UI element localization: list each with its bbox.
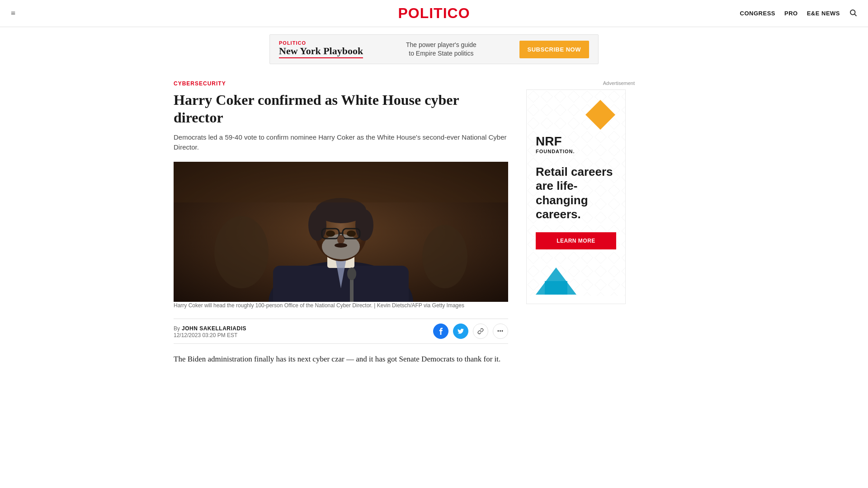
more-share-button[interactable]: ••• <box>493 324 508 339</box>
banner-description: The power player's guide to Empire State… <box>372 41 510 58</box>
article-body: The Biden administration finally has its… <box>174 353 508 366</box>
navigation: ≡ POLITICO CONGRESS PRO E&E NEWS <box>0 0 868 27</box>
svg-point-18 <box>337 235 344 244</box>
nrf-ad-content: NRF FOUNDATION. Retail careers are life-… <box>536 99 616 295</box>
banner-advertisement: POLITICO New York Playbook The power pla… <box>269 34 599 64</box>
politico-logo[interactable]: POLITICO <box>398 5 470 21</box>
nav-right: CONGRESS PRO E&E NEWS <box>740 9 857 19</box>
nav-link-congress[interactable]: CONGRESS <box>740 10 775 17</box>
share-icons: ••• <box>433 324 508 339</box>
byline-date: 12/12/2023 03:20 PM EST <box>174 332 246 338</box>
copy-link-button[interactable] <box>473 324 488 339</box>
svg-point-21 <box>347 230 356 237</box>
banner-brand: POLITICO New York Playbook <box>279 40 363 58</box>
byline-row: By JOHN SAKELLARIADIS 12/12/2023 03:20 P… <box>174 319 508 344</box>
nrf-foundation-text: FOUNDATION. <box>536 149 616 154</box>
twitter-share-button[interactable] <box>453 324 468 339</box>
nrf-blue-shape <box>536 258 576 295</box>
svg-point-20 <box>326 230 335 237</box>
article-image <box>174 162 508 302</box>
nrf-orange-diamond <box>585 99 616 131</box>
svg-point-0 <box>850 10 855 15</box>
svg-point-23 <box>347 267 356 280</box>
nrf-tagline: Retail careers are life-changing careers… <box>536 165 616 221</box>
nav-link-eenews[interactable]: E&E NEWS <box>807 10 840 17</box>
byline-info: By JOHN SAKELLARIADIS 12/12/2023 03:20 P… <box>174 324 246 338</box>
banner-subscribe-button[interactable]: SUBSCRIBE NOW <box>519 41 589 58</box>
svg-rect-24 <box>174 162 508 202</box>
article-dek: Democrats led a 59-40 vote to confirm no… <box>174 132 508 153</box>
article-body-text: The Biden administration finally has its… <box>174 353 508 366</box>
article-headline: Harry Coker confirmed as White House cyb… <box>174 91 508 126</box>
svg-rect-29 <box>545 281 567 295</box>
nrf-logo-text: NRF <box>536 135 616 148</box>
logo-container: POLITICO <box>398 5 470 22</box>
article: CYBERSECURITY Harry Coker confirmed as W… <box>174 80 508 366</box>
svg-point-19 <box>335 243 347 248</box>
advertisement-label: Advertisement <box>526 80 635 86</box>
nrf-learn-more-button[interactable]: LEARN MORE <box>536 232 616 249</box>
hamburger-menu-icon[interactable]: ≡ <box>11 9 15 18</box>
byline-author[interactable]: JOHN SAKELLARIADIS <box>182 325 246 332</box>
image-caption: Harry Coker will head the roughly 100-pe… <box>174 302 508 310</box>
svg-point-5 <box>422 225 467 288</box>
main-content: CYBERSECURITY Harry Coker confirmed as W… <box>163 71 705 375</box>
svg-marker-27 <box>585 100 615 130</box>
banner-playbook-title: New York Playbook <box>279 46 363 58</box>
svg-point-13 <box>355 209 373 241</box>
article-image-container: Harry Coker will head the roughly 100-pe… <box>174 162 508 310</box>
article-category[interactable]: CYBERSECURITY <box>174 80 508 87</box>
nav-link-pro[interactable]: PRO <box>784 10 798 17</box>
byline-prefix: By <box>174 325 180 332</box>
sidebar: Advertisement NRF FOUNDATIO <box>526 80 635 366</box>
svg-line-1 <box>854 14 856 16</box>
facebook-share-button[interactable] <box>433 324 448 339</box>
nav-left: ≡ <box>11 9 15 18</box>
svg-point-12 <box>308 209 326 241</box>
svg-point-4 <box>214 216 269 288</box>
search-icon[interactable] <box>849 9 857 19</box>
sidebar-advertisement: NRF FOUNDATION. Retail careers are life-… <box>526 89 626 304</box>
